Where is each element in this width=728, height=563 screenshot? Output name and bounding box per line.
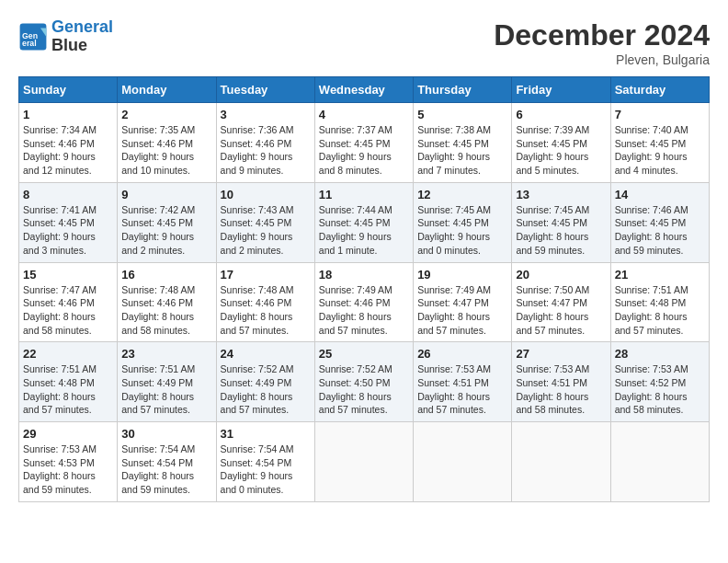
calendar-cell-15: 15 Sunrise: 7:47 AM Sunset: 4:46 PM Dayl… xyxy=(19,262,118,342)
day-detail: Sunrise: 7:47 AM Sunset: 4:46 PM Dayligh… xyxy=(23,283,113,338)
day-detail: Sunrise: 7:48 AM Sunset: 4:46 PM Dayligh… xyxy=(221,283,311,338)
calendar-cell-19: 19 Sunrise: 7:49 AM Sunset: 4:47 PM Dayl… xyxy=(414,262,512,342)
day-number: 22 xyxy=(23,347,113,361)
day-number: 6 xyxy=(516,108,606,121)
calendar-table: Sunday Monday Tuesday Wednesday Thursday… xyxy=(18,76,710,502)
title-block: December 2024 Pleven, Bulgaria xyxy=(494,18,710,67)
day-detail: Sunrise: 7:46 AM Sunset: 4:45 PM Dayligh… xyxy=(615,203,705,258)
day-number: 27 xyxy=(516,347,606,361)
day-number: 29 xyxy=(23,427,113,441)
header-saturday: Saturday xyxy=(610,77,709,103)
day-number: 24 xyxy=(221,347,311,361)
day-number: 21 xyxy=(615,268,705,282)
day-number: 28 xyxy=(615,347,705,361)
day-number: 19 xyxy=(417,268,507,282)
day-detail: Sunrise: 7:51 AM Sunset: 4:48 PM Dayligh… xyxy=(23,362,113,417)
calendar-cell-31: 31 Sunrise: 7:54 AM Sunset: 4:54 PM Dayl… xyxy=(216,422,314,502)
calendar-cell-11: 11 Sunrise: 7:44 AM Sunset: 4:45 PM Dayl… xyxy=(314,182,413,262)
calendar-cell-20: 20 Sunrise: 7:50 AM Sunset: 4:47 PM Dayl… xyxy=(512,262,610,342)
day-detail: Sunrise: 7:51 AM Sunset: 4:49 PM Dayligh… xyxy=(121,362,211,417)
day-number: 17 xyxy=(221,268,311,282)
day-number: 31 xyxy=(221,427,311,441)
calendar-cell-6: 6 Sunrise: 7:39 AM Sunset: 4:45 PM Dayli… xyxy=(512,103,610,183)
day-detail: Sunrise: 7:42 AM Sunset: 4:45 PM Dayligh… xyxy=(121,203,211,258)
calendar-cell-9: 9 Sunrise: 7:42 AM Sunset: 4:45 PM Dayli… xyxy=(118,182,216,262)
calendar-cell-21: 21 Sunrise: 7:51 AM Sunset: 4:48 PM Dayl… xyxy=(610,262,709,342)
calendar-cell-25: 25 Sunrise: 7:52 AM Sunset: 4:50 PM Dayl… xyxy=(314,342,413,422)
calendar-cell-4: 4 Sunrise: 7:37 AM Sunset: 4:45 PM Dayli… xyxy=(314,103,413,183)
day-number: 2 xyxy=(121,108,211,121)
empty-cell xyxy=(512,422,610,502)
day-detail: Sunrise: 7:53 AM Sunset: 4:52 PM Dayligh… xyxy=(615,362,705,417)
day-detail: Sunrise: 7:49 AM Sunset: 4:46 PM Dayligh… xyxy=(319,283,409,338)
weekday-header-row: Sunday Monday Tuesday Wednesday Thursday… xyxy=(19,77,710,103)
svg-text:eral: eral xyxy=(22,39,37,48)
day-number: 20 xyxy=(516,268,606,282)
calendar-cell-1: 1 Sunrise: 7:34 AM Sunset: 4:46 PM Dayli… xyxy=(19,103,118,183)
header-monday: Monday xyxy=(118,77,216,103)
day-detail: Sunrise: 7:37 AM Sunset: 4:45 PM Dayligh… xyxy=(319,123,409,178)
day-number: 26 xyxy=(417,347,507,361)
calendar-cell-5: 5 Sunrise: 7:38 AM Sunset: 4:45 PM Dayli… xyxy=(414,103,512,183)
day-number: 4 xyxy=(319,108,409,121)
day-detail: Sunrise: 7:53 AM Sunset: 4:51 PM Dayligh… xyxy=(417,362,507,417)
header-thursday: Thursday xyxy=(414,77,512,103)
day-detail: Sunrise: 7:38 AM Sunset: 4:45 PM Dayligh… xyxy=(417,123,507,178)
day-detail: Sunrise: 7:39 AM Sunset: 4:45 PM Dayligh… xyxy=(516,123,606,178)
day-number: 30 xyxy=(121,427,211,441)
day-detail: Sunrise: 7:52 AM Sunset: 4:49 PM Dayligh… xyxy=(221,362,311,417)
header-sunday: Sunday xyxy=(19,77,118,103)
day-number: 11 xyxy=(319,188,409,201)
day-detail: Sunrise: 7:36 AM Sunset: 4:46 PM Dayligh… xyxy=(221,123,311,178)
calendar-cell-14: 14 Sunrise: 7:46 AM Sunset: 4:45 PM Dayl… xyxy=(610,182,709,262)
day-number: 15 xyxy=(23,268,113,282)
empty-cell xyxy=(610,422,709,502)
day-number: 14 xyxy=(615,188,705,201)
day-detail: Sunrise: 7:52 AM Sunset: 4:50 PM Dayligh… xyxy=(319,362,409,417)
calendar-row: 15 Sunrise: 7:47 AM Sunset: 4:46 PM Dayl… xyxy=(19,262,710,342)
day-detail: Sunrise: 7:53 AM Sunset: 4:53 PM Dayligh… xyxy=(23,442,113,497)
day-number: 13 xyxy=(516,188,606,201)
page-header: Gen eral General Blue December 2024 Plev… xyxy=(18,18,710,67)
calendar-cell-16: 16 Sunrise: 7:48 AM Sunset: 4:46 PM Dayl… xyxy=(118,262,216,342)
day-detail: Sunrise: 7:50 AM Sunset: 4:47 PM Dayligh… xyxy=(516,283,606,338)
day-detail: Sunrise: 7:49 AM Sunset: 4:47 PM Dayligh… xyxy=(417,283,507,338)
day-number: 25 xyxy=(319,347,409,361)
calendar-row: 22 Sunrise: 7:51 AM Sunset: 4:48 PM Dayl… xyxy=(19,342,710,422)
logo: Gen eral General Blue xyxy=(18,18,113,55)
day-number: 7 xyxy=(615,108,705,121)
calendar-cell-3: 3 Sunrise: 7:36 AM Sunset: 4:46 PM Dayli… xyxy=(216,103,314,183)
calendar-cell-8: 8 Sunrise: 7:41 AM Sunset: 4:45 PM Dayli… xyxy=(19,182,118,262)
calendar-cell-7: 7 Sunrise: 7:40 AM Sunset: 4:45 PM Dayli… xyxy=(610,103,709,183)
calendar-row: 29 Sunrise: 7:53 AM Sunset: 4:53 PM Dayl… xyxy=(19,422,710,502)
empty-cell xyxy=(314,422,413,502)
day-detail: Sunrise: 7:40 AM Sunset: 4:45 PM Dayligh… xyxy=(615,123,705,178)
day-detail: Sunrise: 7:45 AM Sunset: 4:45 PM Dayligh… xyxy=(417,203,507,258)
empty-cell xyxy=(414,422,512,502)
day-number: 5 xyxy=(417,108,507,121)
day-detail: Sunrise: 7:43 AM Sunset: 4:45 PM Dayligh… xyxy=(221,203,311,258)
calendar-cell-27: 27 Sunrise: 7:53 AM Sunset: 4:51 PM Dayl… xyxy=(512,342,610,422)
day-number: 1 xyxy=(23,108,113,121)
day-number: 18 xyxy=(319,268,409,282)
day-number: 23 xyxy=(121,347,211,361)
calendar-cell-24: 24 Sunrise: 7:52 AM Sunset: 4:49 PM Dayl… xyxy=(216,342,314,422)
calendar-row: 8 Sunrise: 7:41 AM Sunset: 4:45 PM Dayli… xyxy=(19,182,710,262)
day-number: 3 xyxy=(221,108,311,121)
day-detail: Sunrise: 7:48 AM Sunset: 4:46 PM Dayligh… xyxy=(121,283,211,338)
logo-icon: Gen eral xyxy=(18,22,48,52)
calendar-row: 1 Sunrise: 7:34 AM Sunset: 4:46 PM Dayli… xyxy=(19,103,710,183)
calendar-cell-18: 18 Sunrise: 7:49 AM Sunset: 4:46 PM Dayl… xyxy=(314,262,413,342)
header-tuesday: Tuesday xyxy=(216,77,314,103)
day-detail: Sunrise: 7:44 AM Sunset: 4:45 PM Dayligh… xyxy=(319,203,409,258)
calendar-cell-17: 17 Sunrise: 7:48 AM Sunset: 4:46 PM Dayl… xyxy=(216,262,314,342)
day-number: 8 xyxy=(23,188,113,201)
logo-text: General Blue xyxy=(51,18,113,55)
header-wednesday: Wednesday xyxy=(314,77,413,103)
calendar-cell-22: 22 Sunrise: 7:51 AM Sunset: 4:48 PM Dayl… xyxy=(19,342,118,422)
calendar-cell-10: 10 Sunrise: 7:43 AM Sunset: 4:45 PM Dayl… xyxy=(216,182,314,262)
day-detail: Sunrise: 7:54 AM Sunset: 4:54 PM Dayligh… xyxy=(121,442,211,497)
calendar-cell-30: 30 Sunrise: 7:54 AM Sunset: 4:54 PM Dayl… xyxy=(118,422,216,502)
day-detail: Sunrise: 7:45 AM Sunset: 4:45 PM Dayligh… xyxy=(516,203,606,258)
day-detail: Sunrise: 7:51 AM Sunset: 4:48 PM Dayligh… xyxy=(615,283,705,338)
